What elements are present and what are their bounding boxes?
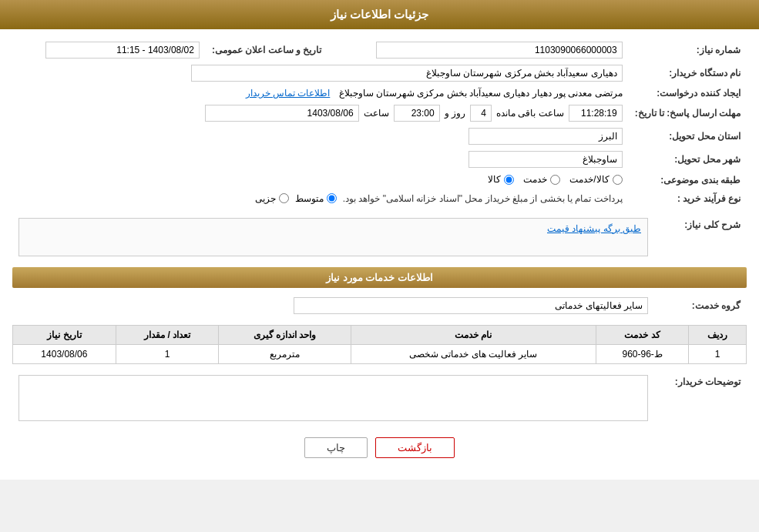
namdastgah-label: نام دستگاه خریدار:: [629, 62, 747, 85]
tabaqe-radio-khidmat[interactable]: خدمت: [523, 174, 560, 185]
shomare-label: شماره نیاز:: [629, 38, 747, 62]
tosih-table: توضیحات خریدار:: [12, 372, 747, 427]
content-area: شماره نیاز: تاریخ و ساعت اعلان عمومی: نا…: [0, 29, 759, 480]
sharh-table: شرح کلی نیاز: طبق برگه پیشنهاد قیمت: [12, 215, 747, 259]
main-form-table: شماره نیاز: تاریخ و ساعت اعلان عمومی: نا…: [12, 38, 747, 207]
cell-tedaad: 1: [116, 344, 219, 363]
sharh-label: شرح کلی نیاز:: [654, 215, 747, 259]
col-kod: کد خدمت: [596, 325, 688, 344]
noefar-note: پرداخت تمام یا بخشی از مبلغ خریداز محل "…: [343, 193, 623, 204]
col-tedaad: تعداد / مقدار: [116, 325, 219, 344]
page-wrapper: جزئیات اطلاعات نیاز شماره نیاز: تاریخ و …: [0, 0, 759, 480]
ijadkonande-value: مرتضی معدنی پور دهیار دهیاری سعیدآباد بخ…: [339, 88, 623, 99]
saat-input: [394, 105, 440, 122]
print-button[interactable]: چاپ: [304, 437, 368, 458]
noefar-radio-jozii[interactable]: جزیی: [255, 193, 289, 204]
row-noefar: نوع فرآیند خرید : پرداخت تمام یا بخشی از…: [12, 190, 747, 207]
cell-nam: سایر فعالیت های خدماتی شخصی: [351, 344, 596, 363]
tarikh-label: تاریخ و ساعت اعلان عمومی:: [206, 38, 327, 62]
row-ijadkonande: ایجاد کننده درخواست: مرتضی معدنی پور دهی…: [12, 85, 747, 102]
row-tosih: توضیحات خریدار:: [12, 372, 747, 427]
noefar-row: پرداخت تمام یا بخشی از مبلغ خریداز محل "…: [18, 193, 623, 204]
date1-input: [205, 105, 359, 122]
row-sharh: شرح کلی نیاز: طبق برگه پیشنهاد قیمت: [12, 215, 747, 259]
cell-kod: ط-96-960: [596, 344, 688, 363]
groh-input: [294, 297, 648, 314]
col-vahed: واحد اندازه گیری: [219, 325, 351, 344]
roz-input: [470, 105, 492, 122]
noefar-label: نوع فرآیند خرید :: [629, 190, 747, 207]
back-button[interactable]: بازگشت: [375, 437, 455, 458]
col-tarikh: تاریخ نیاز: [13, 325, 116, 344]
cell-vahed: مترمربع: [219, 344, 351, 363]
ostan-input: [468, 128, 623, 145]
btn-area: بازگشت چاپ: [12, 437, 747, 470]
tosih-label: توضیحات خریدار:: [654, 372, 747, 427]
baghimande-input: [569, 105, 623, 122]
row-namdastgah: نام دستگاه خریدار:: [12, 62, 747, 85]
col-radif: ردیف: [689, 325, 747, 344]
services-header-row: ردیف کد خدمت نام خدمت واحد اندازه گیری ت…: [13, 325, 747, 344]
cell-tarikh: 1403/08/06: [13, 344, 116, 363]
header-bar: جزئیات اطلاعات نیاز: [0, 0, 759, 29]
row-tabaqe: طبقه بندی موضوعی: کالا/خدمت خدمت: [12, 171, 747, 190]
khadamat-section-title: اطلاعات خدمات مورد نیاز: [12, 267, 747, 288]
tabaqe-radio-kala-khidmat[interactable]: کالا/خدمت: [569, 174, 622, 185]
rozva-row: ساعت باقی مانده روز و ساعت: [18, 105, 623, 122]
shahr-label: شهر محل تحویل:: [629, 148, 747, 171]
shahr-input: [468, 151, 623, 168]
sharh-value: طبق برگه پیشنهاد قیمت: [547, 223, 641, 234]
table-row: 1ط-96-960سایر فعالیت های خدماتی شخصیمترم…: [13, 344, 747, 363]
row-groh: گروه خدمت:: [12, 294, 747, 317]
roz-label: روز و: [445, 108, 465, 119]
col-nam: نام خدمت: [351, 325, 596, 344]
mohlat-label: مهلت ارسال پاسخ: تا تاریخ:: [629, 102, 747, 125]
services-table: ردیف کد خدمت نام خدمت واحد اندازه گیری ت…: [12, 325, 747, 364]
ostan-label: استان محل تحویل:: [629, 125, 747, 148]
tabaqe-radio-group: کالا/خدمت خدمت کالا: [488, 174, 622, 185]
saat-label: ساعت: [364, 108, 389, 119]
ijadkonande-label: ایجاد کننده درخواست:: [629, 85, 747, 102]
groh-label: گروه خدمت:: [654, 294, 747, 317]
tabaqe-label: طبقه بندی موضوعی:: [629, 171, 747, 190]
ettelaattamas-link[interactable]: اطلاعات تماس خریدار: [246, 88, 331, 99]
tabaqe-radio-kala[interactable]: کالا: [488, 174, 514, 185]
namdastgah-input: [191, 65, 623, 82]
shomare-input: [376, 42, 623, 59]
row-shomare-tarikh: شماره نیاز: تاریخ و ساعت اعلان عمومی:: [12, 38, 747, 62]
row-mohlat: مهلت ارسال پاسخ: تا تاریخ: ساعت باقی مان…: [12, 102, 747, 125]
tarikh-input: [45, 42, 200, 59]
noefar-radio-motavasset[interactable]: متوسط: [295, 193, 337, 204]
row-ostan: استان محل تحویل:: [12, 125, 747, 148]
row-shahr: شهر محل تحویل:: [12, 148, 747, 171]
sharh-box: طبق برگه پیشنهاد قیمت: [18, 218, 648, 256]
cell-radif: 1: [689, 344, 747, 363]
header-title: جزئیات اطلاعات نیاز: [331, 8, 428, 21]
tosih-textarea: [18, 375, 648, 421]
groh-table: گروه خدمت:: [12, 294, 747, 317]
baghimande-label: ساعت باقی مانده: [496, 108, 564, 119]
